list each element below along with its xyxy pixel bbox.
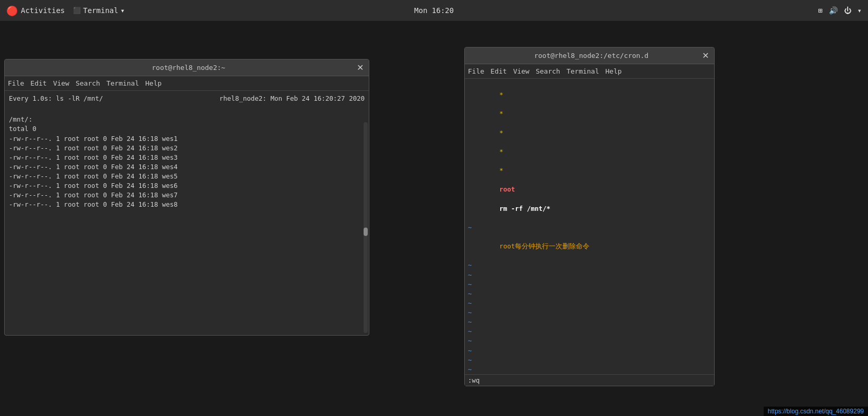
grid-icon[interactable]: ⊞ xyxy=(818,6,822,15)
terminal-menu-icon: ⬛ xyxy=(73,7,81,14)
vim-cron-line: * * * * * root rm -rf /mnt/* xyxy=(468,81,711,223)
vim-tilde-5: ~ xyxy=(468,289,711,299)
terminal2-close-button[interactable]: ✕ xyxy=(702,52,709,60)
url-bar: https://blog.csdn.net/qq_46089299 xyxy=(764,407,868,416)
terminal1-menu-view[interactable]: View xyxy=(53,79,69,87)
power-dropdown-icon[interactable]: ▾ xyxy=(858,6,862,15)
terminal2-title: root@rhel8_node2:/etc/cron.d xyxy=(480,52,702,60)
vim-tilde-3: ~ xyxy=(468,270,711,280)
cron-asterisk4: * xyxy=(499,148,503,156)
vim-tilde-7: ~ xyxy=(468,308,711,317)
term-line: -rw-r--r--. 1 root root 0 Feb 24 16:18 w… xyxy=(9,172,365,181)
scrollbar-track xyxy=(364,122,368,333)
terminal2-menu-help[interactable]: Help xyxy=(606,67,622,75)
cron-asterisk2: * xyxy=(499,110,503,117)
scrollbar-thumb[interactable] xyxy=(364,228,368,236)
vim-statusbar: :wq xyxy=(465,374,714,386)
terminal1-title: root@rhel8_node2:~ xyxy=(20,64,357,72)
terminal2-menu-view[interactable]: View xyxy=(513,67,529,75)
terminal1-menu-help[interactable]: Help xyxy=(146,79,162,87)
cron-asterisk3: * xyxy=(499,129,503,137)
terminal1-menu-search[interactable]: Search xyxy=(76,79,100,87)
vim-tilde-8: ~ xyxy=(468,317,711,327)
activities-label: Activities xyxy=(21,6,65,15)
cron-user: root xyxy=(499,185,515,193)
term-line: -rw-r--r--. 1 root root 0 Feb 24 16:18 w… xyxy=(9,191,365,200)
term-line: -rw-r--r--. 1 root root 0 Feb 24 16:18 w… xyxy=(9,200,365,209)
watch-timestamp: rhel8_node2: Mon Feb 24 16:20:27 2020 xyxy=(220,94,365,103)
watch-header: Every 1.0s: ls -lR /mnt/ rhel8_node2: Mo… xyxy=(9,94,365,103)
topbar-left: 🔴 Activities ⬛ Terminal ▾ xyxy=(6,5,125,16)
vim-tilde-12: ~ xyxy=(468,355,711,365)
vim-tilde-11: ~ xyxy=(468,346,711,355)
vim-command: :wq xyxy=(468,376,480,384)
vim-tilde-10: ~ xyxy=(468,336,711,346)
vim-content[interactable]: * * * * * root rm -rf /mnt/* ~ root每分钟执行… xyxy=(465,79,714,374)
terminal1-content[interactable]: Every 1.0s: ls -lR /mnt/ rhel8_node2: Mo… xyxy=(5,91,369,335)
volume-icon[interactable]: 🔊 xyxy=(829,6,838,15)
terminal2-titlebar: root@rhel8_node2:/etc/cron.d ✕ xyxy=(465,47,714,64)
term-line: -rw-r--r--. 1 root root 0 Feb 24 16:18 w… xyxy=(9,134,365,144)
activities-button[interactable]: 🔴 Activities xyxy=(6,5,65,16)
terminal1-menu-edit[interactable]: Edit xyxy=(30,79,46,87)
terminal1-menubar: File Edit View Search Terminal Help xyxy=(5,76,369,91)
term-line: /mnt/: xyxy=(9,115,365,124)
clock: Mon 16:20 xyxy=(414,6,454,15)
term-line: -rw-r--r--. 1 root root 0 Feb 24 16:18 w… xyxy=(9,162,365,172)
term-line: -rw-r--r--. 1 root root 0 Feb 24 16:18 w… xyxy=(9,153,365,162)
terminal2-menu-terminal[interactable]: Terminal xyxy=(566,67,599,75)
cron-asterisk5: * xyxy=(499,167,503,174)
watch-command: Every 1.0s: ls -lR /mnt/ xyxy=(9,94,103,103)
power-icon[interactable]: ⏻ xyxy=(844,6,851,15)
terminal2-menu-edit[interactable]: Edit xyxy=(490,67,507,75)
term-line: -rw-r--r--. 1 root root 0 Feb 24 16:18 w… xyxy=(9,181,365,191)
terminal-vim: root@rhel8_node2:/etc/cron.d ✕ File Edit… xyxy=(464,47,715,386)
term-line: total 0 xyxy=(9,124,365,134)
terminal-menu-button[interactable]: ⬛ Terminal ▾ xyxy=(73,6,125,15)
terminal2-menubar: File Edit View Search Terminal Help xyxy=(465,64,714,79)
terminal1-menu-terminal[interactable]: Terminal xyxy=(106,79,139,87)
vim-comment-line: root每分钟执行一次删除命令 xyxy=(468,232,711,260)
vim-tilde-9: ~ xyxy=(468,327,711,336)
terminal1-close-button[interactable]: ✕ xyxy=(357,64,364,72)
vim-tilde-1: ~ xyxy=(468,223,711,232)
vim-tilde-4: ~ xyxy=(468,280,711,289)
url-text: https://blog.csdn.net/qq_46089299 xyxy=(768,408,864,415)
terminal-dropdown-icon: ▾ xyxy=(120,6,125,15)
topbar-right: ⊞ 🔊 ⏻ ▾ xyxy=(818,6,862,15)
vim-comment-text: root每分钟执行一次删除命令 xyxy=(499,242,589,250)
redhat-icon: 🔴 xyxy=(6,5,18,16)
terminal-watch: root@rhel8_node2:~ ✕ File Edit View Sear… xyxy=(4,59,369,336)
terminal1-titlebar: root@rhel8_node2:~ ✕ xyxy=(5,60,369,76)
vim-tilde-6: ~ xyxy=(468,299,711,308)
cron-asterisk1: * xyxy=(499,91,503,99)
vim-tilde-13: ~ xyxy=(468,365,711,374)
topbar: 🔴 Activities ⬛ Terminal ▾ Mon 16:20 ⊞ 🔊 … xyxy=(0,0,868,21)
vim-tilde-2: ~ xyxy=(468,260,711,270)
cron-cmd-rm: rm -rf /mnt/* xyxy=(499,205,550,212)
terminal-menu-label: Terminal xyxy=(83,6,118,15)
terminal2-menu-search[interactable]: Search xyxy=(536,67,560,75)
terminal2-menu-file[interactable]: File xyxy=(468,67,484,75)
desktop: root@rhel8_node2:~ ✕ File Edit View Sear… xyxy=(0,21,868,416)
term-line: -rw-r--r--. 1 root root 0 Feb 24 16:18 w… xyxy=(9,144,365,153)
terminal1-menu-file[interactable]: File xyxy=(8,79,24,87)
